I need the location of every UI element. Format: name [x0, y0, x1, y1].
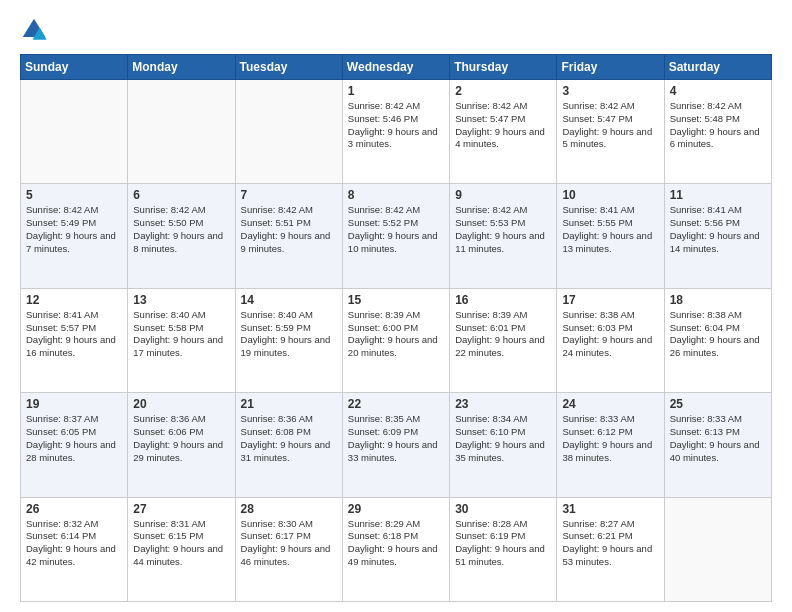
- day-info: Sunrise: 8:33 AM Sunset: 6:12 PM Dayligh…: [562, 413, 658, 464]
- day-number: 12: [26, 293, 122, 307]
- day-info: Sunrise: 8:28 AM Sunset: 6:19 PM Dayligh…: [455, 518, 551, 569]
- weekday-header-tuesday: Tuesday: [235, 55, 342, 80]
- day-info: Sunrise: 8:37 AM Sunset: 6:05 PM Dayligh…: [26, 413, 122, 464]
- calendar-cell: 3Sunrise: 8:42 AM Sunset: 5:47 PM Daylig…: [557, 80, 664, 184]
- day-number: 29: [348, 502, 444, 516]
- day-info: Sunrise: 8:42 AM Sunset: 5:53 PM Dayligh…: [455, 204, 551, 255]
- calendar-cell: 10Sunrise: 8:41 AM Sunset: 5:55 PM Dayli…: [557, 184, 664, 288]
- calendar-cell: 6Sunrise: 8:42 AM Sunset: 5:50 PM Daylig…: [128, 184, 235, 288]
- day-info: Sunrise: 8:41 AM Sunset: 5:55 PM Dayligh…: [562, 204, 658, 255]
- day-number: 16: [455, 293, 551, 307]
- day-info: Sunrise: 8:42 AM Sunset: 5:49 PM Dayligh…: [26, 204, 122, 255]
- week-row-4: 19Sunrise: 8:37 AM Sunset: 6:05 PM Dayli…: [21, 393, 772, 497]
- calendar-cell: [21, 80, 128, 184]
- day-number: 26: [26, 502, 122, 516]
- day-number: 28: [241, 502, 337, 516]
- day-info: Sunrise: 8:38 AM Sunset: 6:04 PM Dayligh…: [670, 309, 766, 360]
- day-number: 10: [562, 188, 658, 202]
- calendar-cell: 12Sunrise: 8:41 AM Sunset: 5:57 PM Dayli…: [21, 288, 128, 392]
- day-number: 8: [348, 188, 444, 202]
- weekday-header-wednesday: Wednesday: [342, 55, 449, 80]
- calendar-cell: 23Sunrise: 8:34 AM Sunset: 6:10 PM Dayli…: [450, 393, 557, 497]
- day-number: 27: [133, 502, 229, 516]
- day-info: Sunrise: 8:42 AM Sunset: 5:48 PM Dayligh…: [670, 100, 766, 151]
- day-number: 14: [241, 293, 337, 307]
- calendar-cell: 5Sunrise: 8:42 AM Sunset: 5:49 PM Daylig…: [21, 184, 128, 288]
- calendar-cell: 13Sunrise: 8:40 AM Sunset: 5:58 PM Dayli…: [128, 288, 235, 392]
- calendar-cell: 24Sunrise: 8:33 AM Sunset: 6:12 PM Dayli…: [557, 393, 664, 497]
- logo-icon: [20, 16, 48, 44]
- calendar-cell: [664, 497, 771, 601]
- day-info: Sunrise: 8:33 AM Sunset: 6:13 PM Dayligh…: [670, 413, 766, 464]
- day-number: 25: [670, 397, 766, 411]
- day-number: 1: [348, 84, 444, 98]
- weekday-header-monday: Monday: [128, 55, 235, 80]
- day-info: Sunrise: 8:34 AM Sunset: 6:10 PM Dayligh…: [455, 413, 551, 464]
- day-info: Sunrise: 8:38 AM Sunset: 6:03 PM Dayligh…: [562, 309, 658, 360]
- day-number: 7: [241, 188, 337, 202]
- calendar-cell: 20Sunrise: 8:36 AM Sunset: 6:06 PM Dayli…: [128, 393, 235, 497]
- week-row-2: 5Sunrise: 8:42 AM Sunset: 5:49 PM Daylig…: [21, 184, 772, 288]
- calendar-cell: 1Sunrise: 8:42 AM Sunset: 5:46 PM Daylig…: [342, 80, 449, 184]
- day-info: Sunrise: 8:42 AM Sunset: 5:47 PM Dayligh…: [562, 100, 658, 151]
- day-info: Sunrise: 8:36 AM Sunset: 6:06 PM Dayligh…: [133, 413, 229, 464]
- calendar-cell: 29Sunrise: 8:29 AM Sunset: 6:18 PM Dayli…: [342, 497, 449, 601]
- calendar-cell: 30Sunrise: 8:28 AM Sunset: 6:19 PM Dayli…: [450, 497, 557, 601]
- day-info: Sunrise: 8:41 AM Sunset: 5:57 PM Dayligh…: [26, 309, 122, 360]
- calendar-cell: [128, 80, 235, 184]
- logo: [20, 16, 52, 44]
- day-info: Sunrise: 8:41 AM Sunset: 5:56 PM Dayligh…: [670, 204, 766, 255]
- day-info: Sunrise: 8:27 AM Sunset: 6:21 PM Dayligh…: [562, 518, 658, 569]
- calendar-cell: 27Sunrise: 8:31 AM Sunset: 6:15 PM Dayli…: [128, 497, 235, 601]
- day-number: 4: [670, 84, 766, 98]
- header: [20, 16, 772, 44]
- day-number: 3: [562, 84, 658, 98]
- day-info: Sunrise: 8:42 AM Sunset: 5:51 PM Dayligh…: [241, 204, 337, 255]
- day-number: 24: [562, 397, 658, 411]
- weekday-header-friday: Friday: [557, 55, 664, 80]
- calendar-table: SundayMondayTuesdayWednesdayThursdayFrid…: [20, 54, 772, 602]
- weekday-header-sunday: Sunday: [21, 55, 128, 80]
- day-info: Sunrise: 8:36 AM Sunset: 6:08 PM Dayligh…: [241, 413, 337, 464]
- calendar-cell: 28Sunrise: 8:30 AM Sunset: 6:17 PM Dayli…: [235, 497, 342, 601]
- day-number: 9: [455, 188, 551, 202]
- day-info: Sunrise: 8:31 AM Sunset: 6:15 PM Dayligh…: [133, 518, 229, 569]
- calendar-cell: 4Sunrise: 8:42 AM Sunset: 5:48 PM Daylig…: [664, 80, 771, 184]
- day-number: 18: [670, 293, 766, 307]
- day-number: 20: [133, 397, 229, 411]
- calendar-cell: 21Sunrise: 8:36 AM Sunset: 6:08 PM Dayli…: [235, 393, 342, 497]
- day-info: Sunrise: 8:39 AM Sunset: 6:01 PM Dayligh…: [455, 309, 551, 360]
- day-info: Sunrise: 8:30 AM Sunset: 6:17 PM Dayligh…: [241, 518, 337, 569]
- day-info: Sunrise: 8:29 AM Sunset: 6:18 PM Dayligh…: [348, 518, 444, 569]
- calendar-cell: 26Sunrise: 8:32 AM Sunset: 6:14 PM Dayli…: [21, 497, 128, 601]
- day-number: 21: [241, 397, 337, 411]
- calendar-cell: [235, 80, 342, 184]
- calendar-cell: 16Sunrise: 8:39 AM Sunset: 6:01 PM Dayli…: [450, 288, 557, 392]
- day-info: Sunrise: 8:35 AM Sunset: 6:09 PM Dayligh…: [348, 413, 444, 464]
- calendar-cell: 31Sunrise: 8:27 AM Sunset: 6:21 PM Dayli…: [557, 497, 664, 601]
- day-number: 13: [133, 293, 229, 307]
- day-info: Sunrise: 8:40 AM Sunset: 5:59 PM Dayligh…: [241, 309, 337, 360]
- day-info: Sunrise: 8:42 AM Sunset: 5:52 PM Dayligh…: [348, 204, 444, 255]
- day-info: Sunrise: 8:40 AM Sunset: 5:58 PM Dayligh…: [133, 309, 229, 360]
- calendar-cell: 8Sunrise: 8:42 AM Sunset: 5:52 PM Daylig…: [342, 184, 449, 288]
- day-info: Sunrise: 8:42 AM Sunset: 5:47 PM Dayligh…: [455, 100, 551, 151]
- day-info: Sunrise: 8:39 AM Sunset: 6:00 PM Dayligh…: [348, 309, 444, 360]
- calendar-cell: 9Sunrise: 8:42 AM Sunset: 5:53 PM Daylig…: [450, 184, 557, 288]
- day-number: 6: [133, 188, 229, 202]
- calendar-cell: 11Sunrise: 8:41 AM Sunset: 5:56 PM Dayli…: [664, 184, 771, 288]
- day-number: 23: [455, 397, 551, 411]
- week-row-3: 12Sunrise: 8:41 AM Sunset: 5:57 PM Dayli…: [21, 288, 772, 392]
- weekday-header-saturday: Saturday: [664, 55, 771, 80]
- day-number: 30: [455, 502, 551, 516]
- weekday-header-row: SundayMondayTuesdayWednesdayThursdayFrid…: [21, 55, 772, 80]
- calendar-cell: 25Sunrise: 8:33 AM Sunset: 6:13 PM Dayli…: [664, 393, 771, 497]
- day-number: 19: [26, 397, 122, 411]
- calendar-cell: 7Sunrise: 8:42 AM Sunset: 5:51 PM Daylig…: [235, 184, 342, 288]
- calendar-cell: 2Sunrise: 8:42 AM Sunset: 5:47 PM Daylig…: [450, 80, 557, 184]
- calendar-cell: 17Sunrise: 8:38 AM Sunset: 6:03 PM Dayli…: [557, 288, 664, 392]
- day-info: Sunrise: 8:42 AM Sunset: 5:50 PM Dayligh…: [133, 204, 229, 255]
- week-row-5: 26Sunrise: 8:32 AM Sunset: 6:14 PM Dayli…: [21, 497, 772, 601]
- page: SundayMondayTuesdayWednesdayThursdayFrid…: [0, 0, 792, 612]
- calendar-cell: 18Sunrise: 8:38 AM Sunset: 6:04 PM Dayli…: [664, 288, 771, 392]
